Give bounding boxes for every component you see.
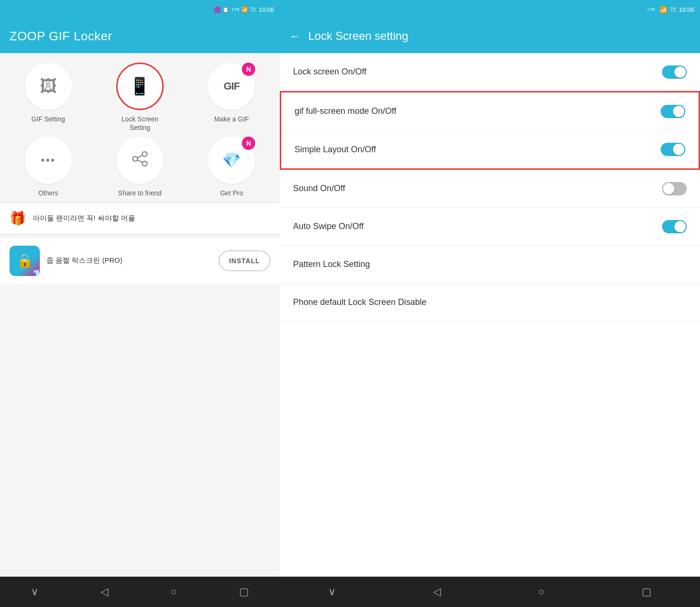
dots-icon: ••• [41, 154, 55, 167]
auto-swipe-toggle[interactable] [662, 220, 687, 233]
right-signal: 📶 [660, 6, 667, 13]
sound-label: Sound On/Off [293, 184, 345, 193]
share-icon [131, 150, 148, 171]
toggle-knob-2 [673, 106, 684, 117]
promo-icon: 🎁 [9, 211, 26, 226]
right-time: 10:06 [679, 6, 694, 13]
gif-setting-label: GIF Setting [31, 115, 65, 123]
app-title: ZOOP GIF Locker [9, 29, 112, 44]
lte-label: LTE [232, 7, 239, 12]
right-nav-back[interactable]: ◁ [433, 586, 441, 598]
nav-recents[interactable]: ▢ [239, 586, 249, 598]
left-status-bar: 🟪 📋 LTE 📶 72 10:06 [0, 0, 280, 19]
share-label: Share to friend [118, 189, 162, 197]
svg-point-1 [133, 156, 138, 161]
grid-item-gif-setting[interactable]: 🖼 GIF Setting [5, 63, 92, 132]
battery-label: 72 [250, 7, 256, 12]
sound-toggle[interactable] [662, 182, 687, 195]
promo-banner[interactable]: 🎁 아이돌 팬이라면 꼭! 써야할 어플 [0, 203, 280, 234]
simple-layout-toggle[interactable] [661, 143, 685, 156]
right-panel: LTE 📶 72 10:06 ← Lock Screen setting Loc… [280, 0, 700, 607]
others-icon-circle: ••• [25, 137, 72, 184]
install-app-name: 줍 움짤 락스크린 (PRO) [46, 256, 212, 265]
right-bottom-nav: ∨ ◁ ○ ▢ [280, 577, 700, 607]
grid-item-others[interactable]: ••• Others [5, 137, 92, 197]
grid-item-lock-screen[interactable]: 📱 Lock ScreenSetting [96, 63, 183, 132]
divider-2 [0, 234, 280, 234]
phone-default-label: Phone default Lock Screen Disable [293, 297, 426, 307]
gif-fullscreen-label: gif full-screen mode On/Off [295, 106, 396, 116]
toggle-knob-4 [663, 183, 674, 194]
nav-home[interactable]: ○ [171, 586, 177, 598]
lock-screen-label: Lock ScreenSetting [121, 115, 158, 132]
svg-line-3 [138, 155, 142, 157]
setting-row-auto-swipe: Auto Swipe On/Off [280, 208, 700, 246]
left-app-header: ZOOP GIF Locker [0, 19, 280, 53]
right-nav-home[interactable]: ○ [538, 586, 544, 598]
image-icon: 🖼 [40, 76, 57, 96]
left-icon-2: 📋 [222, 7, 229, 13]
gif-setting-icon-circle: 🖼 [25, 63, 72, 110]
signal-icon: 📶 [241, 7, 248, 13]
right-screen-title: Lock Screen setting [308, 29, 408, 43]
right-header: ← Lock Screen setting [280, 19, 700, 53]
pattern-lock-label: Pattern Lock Setting [293, 259, 370, 269]
lock-screen-onoff-toggle[interactable] [662, 65, 687, 79]
gif-text-icon: GIF [223, 80, 239, 92]
promo-text: 아이돌 팬이라면 꼭! 써야할 어플 [33, 214, 135, 223]
install-button[interactable]: INSTALL [219, 250, 270, 271]
setting-row-phone-default[interactable]: Phone default Lock Screen Disable [280, 284, 700, 322]
get-pro-badge: N [242, 137, 255, 150]
left-signal-icons: LTE 📶 72 [232, 7, 256, 13]
settings-list: Lock screen On/Off gif full-screen mode … [280, 53, 700, 577]
setting-row-gif-fullscreen: gif full-screen mode On/Off [281, 92, 699, 130]
auto-swipe-label: Auto Swipe On/Off [293, 221, 364, 231]
nav-back[interactable]: ◁ [101, 586, 109, 598]
make-gif-label: Make a GIF [214, 115, 249, 123]
setting-row-simple-layout: Simple Layout On/Off [281, 130, 699, 168]
install-app-icon: 🔒 💎 [9, 246, 40, 276]
nav-chevron-down[interactable]: ∨ [31, 586, 38, 598]
phone-icon: 📱 [129, 76, 150, 96]
setting-row-sound: Sound On/Off [280, 170, 700, 208]
gif-fullscreen-toggle[interactable] [661, 105, 685, 118]
svg-point-0 [142, 152, 147, 156]
get-pro-label: Get Pro [220, 189, 243, 197]
share-icon-circle [116, 137, 164, 184]
grid-item-share[interactable]: Share to friend [96, 137, 183, 197]
left-notification-icons: 🟪 📋 [214, 7, 229, 13]
toggle-knob-3 [673, 144, 684, 155]
get-pro-icon-circle: 💎 N [208, 137, 255, 184]
simple-layout-label: Simple Layout On/Off [295, 145, 376, 155]
lock-screen-icon-circle: 📱 [116, 63, 164, 110]
grid-item-get-pro[interactable]: 💎 N Get Pro [188, 137, 275, 197]
grid-item-make-gif[interactable]: GIF N Make a GIF [188, 63, 275, 132]
lock-screen-onoff-label: Lock screen On/Off [293, 67, 367, 77]
back-button[interactable]: ← [289, 29, 301, 43]
right-nav-recents[interactable]: ▢ [642, 586, 652, 598]
setting-row-lock-screen-onoff: Lock screen On/Off [280, 53, 700, 91]
others-label: Others [38, 189, 58, 197]
right-battery: 72 [670, 7, 676, 12]
make-gif-icon-circle: GIF N [208, 63, 255, 110]
right-lte: LTE [647, 7, 655, 12]
gem-icon: 💎 [222, 151, 241, 169]
setting-row-pattern-lock[interactable]: Pattern Lock Setting [280, 246, 700, 284]
left-time: 10:06 [258, 6, 274, 13]
make-gif-badge: N [242, 63, 255, 76]
main-grid: 🖼 GIF Setting 📱 Lock ScreenSetting GIF N… [0, 53, 280, 202]
toggle-knob-5 [674, 221, 686, 232]
right-status-bar: LTE 📶 72 10:06 [280, 0, 700, 19]
svg-point-2 [142, 161, 147, 166]
svg-line-4 [138, 160, 142, 162]
highlighted-settings-box: gif full-screen mode On/Off Simple Layou… [280, 91, 700, 170]
left-bottom-nav: ∨ ◁ ○ ▢ [0, 577, 280, 607]
install-card: 🔒 💎 줍 움짤 락스크린 (PRO) INSTALL [0, 238, 280, 284]
toggle-knob [674, 66, 686, 78]
right-nav-chevron-down[interactable]: ∨ [328, 586, 336, 598]
left-panel: 🟪 📋 LTE 📶 72 10:06 ZOOP GIF Locker 🖼 GIF… [0, 0, 280, 607]
left-icon-1: 🟪 [214, 7, 221, 13]
